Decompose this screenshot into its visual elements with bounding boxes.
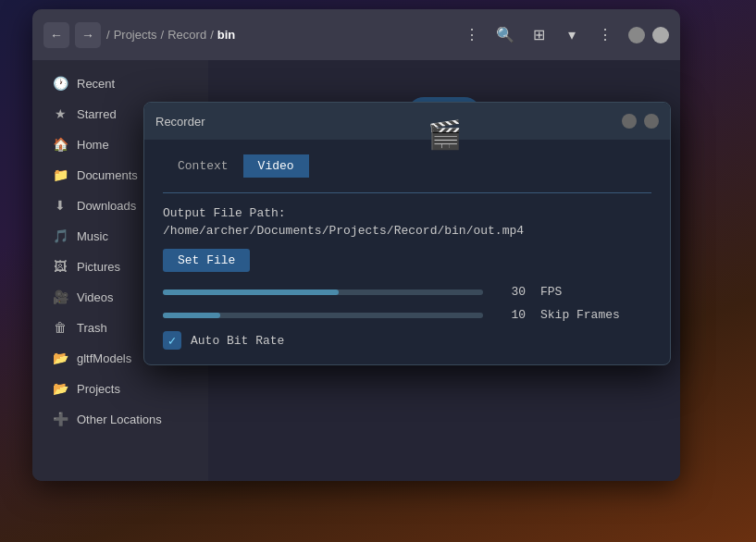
dialog-window-controls <box>622 114 659 129</box>
sidebar-label-other: Other Locations <box>77 413 162 426</box>
skip-fill <box>163 313 220 318</box>
tabs: Context Video <box>163 154 651 178</box>
skip-value: 10 <box>498 308 526 322</box>
home-icon: 🏠 <box>53 137 68 152</box>
sidebar-item-projects[interactable]: 📂 Projects <box>38 374 203 403</box>
fps-fill <box>163 289 339 295</box>
breadcrumb: / Projects / Record / bin <box>106 28 452 42</box>
fps-slider[interactable] <box>163 289 483 295</box>
view-toggle-button[interactable]: ⊞ <box>525 21 552 49</box>
gltfmodels-icon: 📂 <box>53 351 68 365</box>
sidebar-label-starred: Starred <box>77 107 117 121</box>
tab-video[interactable]: Video <box>243 154 309 178</box>
sidebar-label-home: Home <box>77 138 109 152</box>
auto-bitrate-label: Auto Bit Rate <box>191 334 284 348</box>
recorder-dialog: Recorder Context Video Output File Path:… <box>143 102 671 365</box>
sidebar-item-recent[interactable]: 🕐 Recent <box>38 68 203 98</box>
other-icon: ➕ <box>53 412 68 426</box>
breadcrumb-record[interactable]: Record <box>167 28 206 42</box>
sidebar-label-videos: Videos <box>77 290 114 304</box>
fps-value: 30 <box>498 285 526 299</box>
recent-icon: 🕐 <box>53 76 68 91</box>
downloads-icon: ⬇ <box>53 198 68 213</box>
sidebar-label-downloads: Downloads <box>77 199 136 213</box>
dialog-close-button[interactable] <box>644 114 659 129</box>
breadcrumb-sep3: / <box>210 28 214 42</box>
breadcrumb-sep2: / <box>161 28 165 42</box>
auto-bitrate-checkbox[interactable]: ✓ <box>163 331 181 350</box>
view-dropdown-button[interactable]: ▾ <box>558 21 586 49</box>
tab-underline <box>163 192 651 193</box>
sidebar-label-recent: Recent <box>77 77 115 91</box>
sidebar-label-pictures: Pictures <box>77 260 120 274</box>
skip-label: Skip Frames <box>540 308 651 322</box>
skip-slider[interactable] <box>163 313 483 318</box>
sidebar-label-music: Music <box>77 229 108 243</box>
dialog-content: Context Video Output File Path: /home/ar… <box>144 140 670 364</box>
sidebar-label-gltfmodels: gltfModels <box>77 351 131 365</box>
trash-icon: 🗑 <box>53 320 68 335</box>
fps-row: 30 FPS <box>163 285 651 299</box>
starred-icon: ★ <box>53 106 68 121</box>
breadcrumb-current[interactable]: bin <box>217 28 236 42</box>
dialog-minimize-button[interactable] <box>622 114 637 129</box>
music-icon: 🎵 <box>53 228 68 243</box>
dialog-title: Recorder <box>155 115 204 129</box>
fps-label: FPS <box>540 285 651 299</box>
pictures-icon: 🖼 <box>53 259 68 274</box>
output-label: Output File Path: <box>163 206 651 220</box>
more-options-button[interactable]: ⋮ <box>458 21 486 49</box>
output-path: /home/archer/Documents/Projects/Record/b… <box>163 224 651 238</box>
dialog-titlebar: Recorder <box>144 103 670 140</box>
minimize-button[interactable] <box>628 27 645 43</box>
search-button[interactable]: 🔍 <box>491 21 519 49</box>
set-file-button[interactable]: Set File <box>163 249 250 272</box>
auto-bitrate-row[interactable]: ✓ Auto Bit Rate <box>163 331 651 350</box>
window-controls <box>628 27 669 43</box>
close-button[interactable] <box>652 27 669 43</box>
output-path-row: Output File Path: /home/archer/Documents… <box>163 206 651 238</box>
breadcrumb-projects[interactable]: Projects <box>114 28 157 42</box>
header-actions: ⋮ 🔍 ⊞ ▾ ⋮ <box>458 21 669 49</box>
forward-button[interactable]: → <box>75 22 101 48</box>
sidebar-item-other[interactable]: ➕ Other Locations <box>38 404 203 434</box>
sidebar-label-projects: Projects <box>77 382 120 396</box>
documents-icon: 📁 <box>53 167 68 182</box>
videos-icon: 🎥 <box>53 289 68 304</box>
skip-frames-row: 10 Skip Frames <box>163 308 651 322</box>
breadcrumb-separator: / <box>106 28 110 42</box>
projects-icon: 📂 <box>53 381 68 396</box>
menu-button[interactable]: ⋮ <box>591 21 619 49</box>
header-bar: ← → / Projects / Record / bin ⋮ 🔍 ⊞ ▾ ⋮ <box>32 9 680 60</box>
back-button[interactable]: ← <box>43 22 69 48</box>
sidebar-label-documents: Documents <box>77 168 138 182</box>
tab-context[interactable]: Context <box>163 154 243 178</box>
sidebar-label-trash: Trash <box>77 321 107 335</box>
